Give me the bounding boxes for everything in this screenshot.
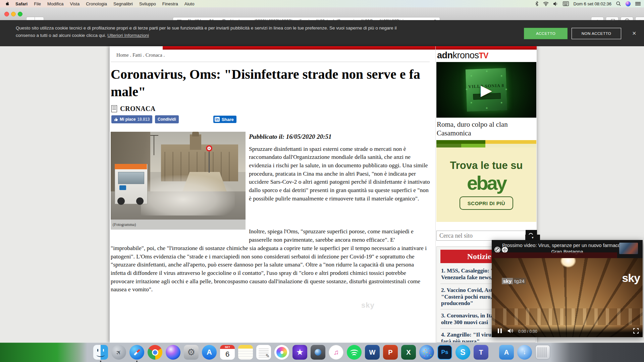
menu-item-finestra[interactable]: Finestra bbox=[162, 1, 178, 6]
linkedin-share-button[interactable]: in Share bbox=[213, 116, 236, 123]
tv-video-title[interactable]: Roma, duro colpo al clan Casamonica bbox=[437, 120, 536, 137]
play-icon[interactable]: ▶ bbox=[436, 62, 536, 118]
dock-photoshop-icon[interactable]: Ps bbox=[437, 345, 452, 360]
pause-button[interactable] bbox=[497, 328, 502, 335]
dock-trash-icon[interactable] bbox=[535, 345, 550, 360]
fb-like-count: 18.813 bbox=[137, 117, 150, 122]
window-minimize-button[interactable] bbox=[11, 12, 16, 16]
wifi-icon[interactable] bbox=[543, 2, 549, 6]
volume-button[interactable] bbox=[508, 328, 514, 335]
window-close-button[interactable] bbox=[4, 12, 9, 16]
window-zoom-button[interactable] bbox=[18, 12, 22, 16]
dock-word-icon[interactable]: W bbox=[365, 345, 380, 360]
menu-item-vista[interactable]: Vista bbox=[70, 1, 80, 6]
linkedin-icon: in bbox=[215, 117, 220, 122]
download-arrow-icon: ↓ bbox=[523, 349, 526, 356]
cookie-close-icon[interactable]: × bbox=[629, 28, 639, 39]
video-top-shade bbox=[492, 252, 617, 258]
search-input[interactable] bbox=[436, 231, 528, 241]
cast-disabled-icon[interactable] bbox=[494, 247, 500, 253]
rocket-icon: ✈ bbox=[114, 348, 123, 357]
input-source-icon[interactable] bbox=[563, 1, 569, 6]
menu-item-modifica[interactable]: Modifica bbox=[47, 1, 63, 6]
sky-tg24-watermark: skytg24 bbox=[502, 278, 526, 284]
expand-icon[interactable] bbox=[502, 247, 508, 253]
powerpoint-letter: P bbox=[388, 349, 392, 356]
compass-needle bbox=[133, 349, 140, 355]
adnkronos-tv-logo[interactable]: adnkronosTV bbox=[437, 50, 488, 61]
menu-item-segnalibri[interactable]: Segnalibri bbox=[113, 1, 133, 6]
dock-finder-icon[interactable] bbox=[93, 345, 108, 360]
dock-downloads-icon[interactable]: ↓ bbox=[517, 345, 532, 360]
dock-calendar-icon[interactable]: SET 6 bbox=[220, 345, 235, 360]
menu-item-aiuto[interactable]: Aiuto bbox=[184, 1, 195, 6]
fullscreen-button[interactable] bbox=[633, 328, 639, 335]
ebay-ad[interactable]: Trova le tue su ebay SCOPRI DI PIÙ bbox=[436, 147, 536, 222]
menu-item-file[interactable]: File bbox=[34, 1, 41, 6]
article-media: (Fotogramma) bbox=[111, 132, 246, 230]
gear-icon: ⚙ bbox=[187, 347, 195, 358]
dock-teams-icon[interactable]: T bbox=[474, 345, 488, 360]
cookie-accept-button[interactable]: ACCETTO bbox=[524, 28, 568, 39]
notification-center-icon[interactable] bbox=[635, 1, 641, 6]
fb-like-button[interactable]: Mi piace 18.813 bbox=[111, 115, 152, 123]
dock-notes-icon[interactable] bbox=[238, 345, 253, 360]
fb-like-label: Mi piace bbox=[120, 117, 136, 122]
fb-share-button[interactable]: Condividi bbox=[155, 115, 179, 123]
article-body: (Fotogramma) Pubblicato il: 16/05/2020 2… bbox=[111, 132, 430, 294]
flower-icon bbox=[276, 347, 287, 358]
category-row: CRONACA bbox=[111, 105, 156, 113]
dock-skype-icon[interactable]: S bbox=[455, 345, 470, 360]
dock-safari-icon[interactable] bbox=[129, 345, 144, 360]
dock: ✈ ⚙ A SET 6 ✎ ★ bbox=[0, 343, 644, 362]
dock-dots-sphere-icon[interactable] bbox=[419, 345, 434, 360]
dock-system-preferences-icon[interactable]: ⚙ bbox=[184, 345, 199, 360]
category-label[interactable]: CRONACA bbox=[120, 105, 156, 113]
dock-photos-icon[interactable] bbox=[274, 345, 289, 360]
ebay-ad-line: Trova le tue su bbox=[436, 160, 536, 172]
calendar-month: SET bbox=[220, 345, 235, 349]
spotify-waves-icon bbox=[350, 349, 358, 356]
menu-clock[interactable]: Dom 6 set 08:02:36 bbox=[574, 1, 611, 6]
dock-imovie-icon[interactable]: ★ bbox=[292, 345, 307, 360]
safari-running-dot bbox=[136, 361, 138, 362]
video-time: 0:00 / 0:00 bbox=[518, 329, 537, 334]
next-video-thumbnail[interactable] bbox=[619, 243, 638, 254]
finder-face bbox=[93, 345, 108, 360]
article-title: Coronavirus, Oms: "Disinfettare strade n… bbox=[111, 66, 429, 101]
dock-itunes-icon[interactable]: ♫ bbox=[329, 345, 343, 360]
trash-mesh bbox=[538, 347, 548, 357]
dock-launchpad-icon[interactable]: ✈ bbox=[111, 345, 126, 360]
menu-bar: Safari File Modifica Vista Cronologia Se… bbox=[0, 0, 644, 8]
dock-blue-a-app-icon[interactable]: A bbox=[499, 345, 514, 360]
spotlight-icon[interactable] bbox=[616, 1, 621, 6]
menu-item-sviluppo[interactable]: Sviluppo bbox=[139, 1, 156, 6]
finder-running-dot bbox=[100, 361, 101, 362]
cookie-decline-button[interactable]: NON ACCETTO bbox=[572, 28, 621, 39]
photoshop-letters: Ps bbox=[441, 349, 448, 356]
floating-video-player[interactable]: Prossimo video: Virus, speranze per un n… bbox=[492, 240, 643, 337]
tv-video-thumbnail[interactable]: VILLA SONIA 8 ✶✶ ✶✶ ✶✶ ✶✶ ▶ bbox=[436, 62, 536, 118]
video-frame[interactable]: skytg24 sky bbox=[492, 258, 643, 337]
dock-photo-booth-icon[interactable] bbox=[311, 345, 325, 360]
siri-icon[interactable] bbox=[626, 1, 631, 6]
dock-spotify-icon[interactable] bbox=[347, 345, 362, 360]
article-image bbox=[111, 132, 246, 220]
apple-menu-icon[interactable] bbox=[5, 1, 9, 6]
video-collapse-tab[interactable]: ▾ bbox=[525, 235, 540, 240]
dock-excel-icon[interactable]: X bbox=[401, 345, 416, 360]
dock-app-store-icon[interactable]: A bbox=[202, 345, 217, 360]
menu-item-safari[interactable]: Safari bbox=[15, 1, 28, 6]
cookie-info-link[interactable]: Ulteriori Informazioni bbox=[107, 33, 149, 38]
linkedin-share-label: Share bbox=[222, 117, 234, 122]
bluetooth-icon[interactable] bbox=[535, 1, 538, 6]
dock-chrome-icon[interactable] bbox=[148, 345, 162, 360]
volume-icon[interactable] bbox=[553, 2, 558, 6]
sky-logo: sky bbox=[622, 272, 640, 285]
dock-powerpoint-icon[interactable]: P bbox=[383, 345, 398, 360]
dock-siri-icon[interactable] bbox=[166, 345, 180, 360]
dock-textedit-icon[interactable]: ✎ bbox=[256, 345, 271, 360]
breadcrumb[interactable]: Home . Fatti . Cronaca . bbox=[116, 52, 165, 58]
ebay-cta-button[interactable]: SCOPRI DI PIÙ bbox=[460, 196, 513, 210]
menu-item-cronologia[interactable]: Cronologia bbox=[86, 1, 107, 6]
